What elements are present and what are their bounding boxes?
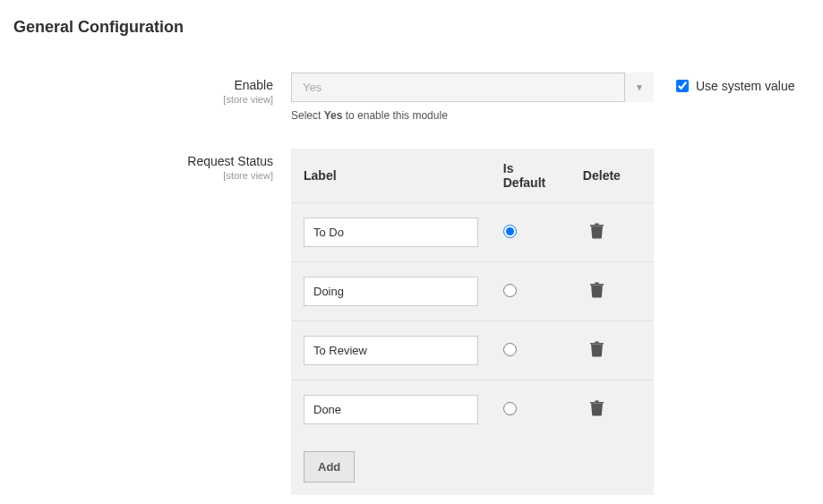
- enable-label-col: Enable [store view]: [13, 73, 291, 105]
- is-default-radio[interactable]: [503, 225, 517, 238]
- status-label-input[interactable]: [304, 277, 478, 306]
- enable-note: Select Yes to enable this module: [291, 109, 654, 122]
- col-header-delete: Delete: [570, 149, 654, 203]
- table-row: [291, 203, 654, 262]
- status-table: Label Is Default Delete Add: [291, 149, 654, 495]
- status-label-input[interactable]: [304, 395, 478, 424]
- is-default-radio[interactable]: [503, 343, 517, 356]
- use-system-value-checkbox[interactable]: [676, 80, 689, 92]
- table-row: [291, 321, 654, 380]
- enable-scope: [store view]: [13, 94, 273, 105]
- use-system-value-label: Use system value: [696, 79, 794, 93]
- table-row: [291, 380, 654, 440]
- enable-note-prefix: Select: [291, 109, 324, 122]
- request-status-row: Request Status [store view] Label Is Def…: [13, 149, 810, 504]
- is-default-radio[interactable]: [503, 402, 517, 415]
- is-default-radio[interactable]: [503, 284, 517, 297]
- enable-field-col: Yes ▼ Select Yes to enable this module: [291, 73, 654, 122]
- status-label-input[interactable]: [304, 336, 478, 365]
- trash-icon[interactable]: [590, 223, 604, 242]
- request-status-scope: [store view]: [13, 170, 273, 181]
- status-label-input[interactable]: [304, 218, 478, 247]
- col-header-is-default: Is Default: [491, 149, 570, 203]
- add-button[interactable]: Add: [304, 451, 355, 483]
- trash-icon[interactable]: [590, 400, 604, 419]
- enable-extra-col: Use system value: [654, 73, 794, 93]
- use-system-value-wrap[interactable]: Use system value: [676, 79, 794, 93]
- trash-icon[interactable]: [590, 341, 604, 360]
- enable-label: Enable: [13, 78, 273, 92]
- enable-select[interactable]: Yes ▼: [291, 73, 654, 102]
- chevron-down-icon: ▼: [624, 73, 654, 102]
- request-status-label-col: Request Status [store view]: [13, 149, 291, 181]
- col-header-label: Label: [291, 149, 491, 203]
- enable-note-strong: Yes: [324, 109, 343, 122]
- request-status-field-col: Label Is Default Delete Add Can't delete…: [291, 149, 654, 504]
- section-title: General Configuration: [13, 18, 810, 37]
- enable-select-value: Yes: [291, 73, 654, 102]
- enable-row: Enable [store view] Yes ▼ Select Yes to …: [13, 73, 810, 122]
- table-row: [291, 262, 654, 321]
- request-status-label: Request Status: [13, 154, 273, 168]
- trash-icon[interactable]: [590, 282, 604, 301]
- enable-note-suffix: to enable this module: [342, 109, 447, 122]
